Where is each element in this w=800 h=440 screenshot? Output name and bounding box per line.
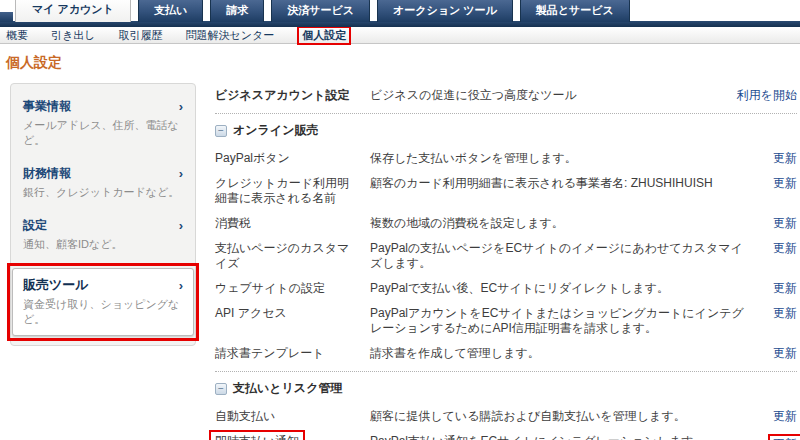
profile-settings-panel: ビジネスアカウント設定 ビジネスの促進に役立つ高度なツール 利用を開始 − オン… xyxy=(215,88,797,440)
row-credit-card-statement-name: クレジットカード利用明細書に表示される名前 顧客のカード利用明細書に表示される事… xyxy=(215,176,797,206)
dotted-divider xyxy=(215,371,797,372)
sidebar-item-subtitle: メールアドレス、住所、電話など。 xyxy=(23,118,183,148)
row-description: 顧客に提供している購読および自動支払いを管理します。 xyxy=(370,409,773,424)
row-api-access: API アクセス PayPalアカウントをECサイトまたはショッピングカートにイ… xyxy=(215,306,797,336)
row-automatic-payments: 自動支払い 顧客に提供している購読および自動支払いを管理します。 更新 xyxy=(215,409,797,424)
row-payment-page-customize: 支払いページのカスタマイズ PayPalの支払いページをECサイトのイメージにあ… xyxy=(215,241,797,271)
section-title: 支払いとリスク管理 xyxy=(233,380,342,397)
collapse-minus-icon[interactable]: − xyxy=(215,383,227,395)
update-link[interactable]: 更新 xyxy=(773,216,797,231)
row-description: 顧客のカード利用明細書に表示される事業者名: ZHUSHIHUISH xyxy=(370,176,773,191)
row-website-preferences: ウェブサイトの設定 PayPalで支払い後、ECサイトにリダイレクトします。 更… xyxy=(215,281,797,296)
tab-auction-tools[interactable]: オークション ツール xyxy=(377,0,513,22)
sidebar-item-title: 事業情報 xyxy=(23,98,71,115)
sidebar-item-title: 販売ツール xyxy=(23,276,89,294)
row-sales-tax: 消費税 複数の地域の消費税を設定します。 更新 xyxy=(215,216,797,231)
sidebar-item-title: 設定 xyxy=(23,217,47,234)
sidebar-item-title: 財務情報 xyxy=(23,165,71,182)
row-description: 保存した支払いボタンを管理します。 xyxy=(370,151,773,166)
row-description: PayPalの支払いページをECサイトのイメージにあわせてカスタマイズします。 xyxy=(370,241,773,271)
update-link[interactable]: 更新 xyxy=(773,151,797,166)
dotted-divider xyxy=(215,113,797,114)
row-description: PayPal支払い通知をECサイトにインテグレーションします。 xyxy=(370,434,768,440)
row-label: API アクセス xyxy=(215,306,370,321)
row-label: クレジットカード利用明細書に表示される名前 xyxy=(215,176,370,206)
chevron-right-icon: › xyxy=(179,167,183,180)
annotation-red-box-ipn-label: 即時支払い通知 xyxy=(209,430,305,440)
chevron-right-icon: › xyxy=(179,219,183,232)
row-business-account: ビジネスアカウント設定 ビジネスの促進に役立つ高度なツール 利用を開始 xyxy=(215,88,797,103)
update-link[interactable]: 更新 xyxy=(773,176,797,191)
update-link[interactable]: 更新 xyxy=(773,306,797,321)
update-link[interactable]: 更新 xyxy=(773,409,797,424)
tab-bar-left-stub xyxy=(0,12,13,22)
row-description: PayPalアカウントをECサイトまたはショッピングカートにインテグレーションす… xyxy=(370,306,773,336)
sidebar-item-subtitle: 通知、顧客IDなど。 xyxy=(23,237,183,252)
row-instant-payment-notification: 即時支払い通知 PayPal支払い通知をECサイトにインテグレーションします。 … xyxy=(215,434,797,440)
sidebar-item-financial-info[interactable]: 財務情報 › 銀行、クレジットカードなど。 xyxy=(11,157,195,209)
row-label: 即時支払い通知 xyxy=(215,434,370,440)
top-tab-bar: マイ アカウント 支払い 請求 決済サービス オークション ツール 製品とサービ… xyxy=(0,0,800,27)
page-title: 個人設定 xyxy=(6,54,800,72)
section-online-sales: − オンライン販売 xyxy=(215,122,797,139)
tab-my-account[interactable]: マイ アカウント xyxy=(15,0,131,22)
row-description: ビジネスの促進に役立つ高度なツール xyxy=(370,88,737,103)
row-description: PayPalで支払い後、ECサイトにリダイレクトします。 xyxy=(370,281,773,296)
tab-merchant-services[interactable]: 決済サービス xyxy=(271,0,370,22)
row-description: 複数の地域の消費税を設定します。 xyxy=(370,216,773,231)
chevron-right-icon: › xyxy=(179,279,183,292)
row-label: 請求書テンプレート xyxy=(215,346,370,361)
update-link-ipn[interactable]: 更新 xyxy=(768,434,800,440)
row-label: ウェブサイトの設定 xyxy=(215,281,370,296)
sidebar-item-subtitle: 資金受け取り、ショッピングなど。 xyxy=(23,297,183,327)
subnav-history[interactable]: 取引履歴 xyxy=(119,28,163,43)
row-label: ビジネスアカウント設定 xyxy=(215,88,370,103)
tab-payments[interactable]: 支払い xyxy=(138,0,203,22)
subnav-profile[interactable]: 個人設定 xyxy=(297,26,351,45)
annotation-red-box-selling-tools: 販売ツール › 資金受け取り、ショッピングなど。 xyxy=(7,263,199,341)
start-using-link[interactable]: 利用を開始 xyxy=(737,88,797,103)
row-paypal-buttons: PayPalボタン 保存した支払いボタンを管理します。 更新 xyxy=(215,151,797,166)
sidebar-item-subtitle: 銀行、クレジットカードなど。 xyxy=(23,185,183,200)
row-invoice-templates: 請求書テンプレート 請求書を作成して管理します。 更新 xyxy=(215,346,797,361)
subnav-overview[interactable]: 概要 xyxy=(6,28,28,43)
tab-products-services[interactable]: 製品とサービス xyxy=(520,0,630,22)
profile-sidebar: 事業情報 › メールアドレス、住所、電話など。 財務情報 › 銀行、クレジットカ… xyxy=(10,83,196,346)
update-link[interactable]: 更新 xyxy=(773,241,797,256)
row-label: 自動支払い xyxy=(215,409,370,424)
subnav-withdraw[interactable]: 引き出し xyxy=(51,28,96,43)
subnav-resolution-center[interactable]: 問題解決センター xyxy=(186,28,275,43)
main-tabs: マイ アカウント 支払い 請求 決済サービス オークション ツール 製品とサービ… xyxy=(15,0,630,22)
section-payment-risk: − 支払いとリスク管理 xyxy=(215,380,797,397)
tab-request[interactable]: 請求 xyxy=(210,0,264,22)
sub-navigation: 概要 引き出し 取引履歴 問題解決センター 個人設定 xyxy=(0,27,800,44)
row-label: 支払いページのカスタマイズ xyxy=(215,241,370,271)
sidebar-item-settings[interactable]: 設定 › 通知、顧客IDなど。 xyxy=(11,209,195,261)
chevron-right-icon: › xyxy=(179,100,183,113)
row-label: 消費税 xyxy=(215,216,370,231)
row-description: 請求書を作成して管理します。 xyxy=(370,346,773,361)
collapse-minus-icon[interactable]: − xyxy=(215,125,227,137)
row-label: PayPalボタン xyxy=(215,151,370,166)
sidebar-item-selling-tools[interactable]: 販売ツール › 資金受け取り、ショッピングなど。 xyxy=(12,268,194,336)
sidebar-item-business-info[interactable]: 事業情報 › メールアドレス、住所、電話など。 xyxy=(11,90,195,157)
update-link[interactable]: 更新 xyxy=(773,346,797,361)
section-title: オンライン販売 xyxy=(233,122,318,139)
update-link[interactable]: 更新 xyxy=(773,281,797,296)
